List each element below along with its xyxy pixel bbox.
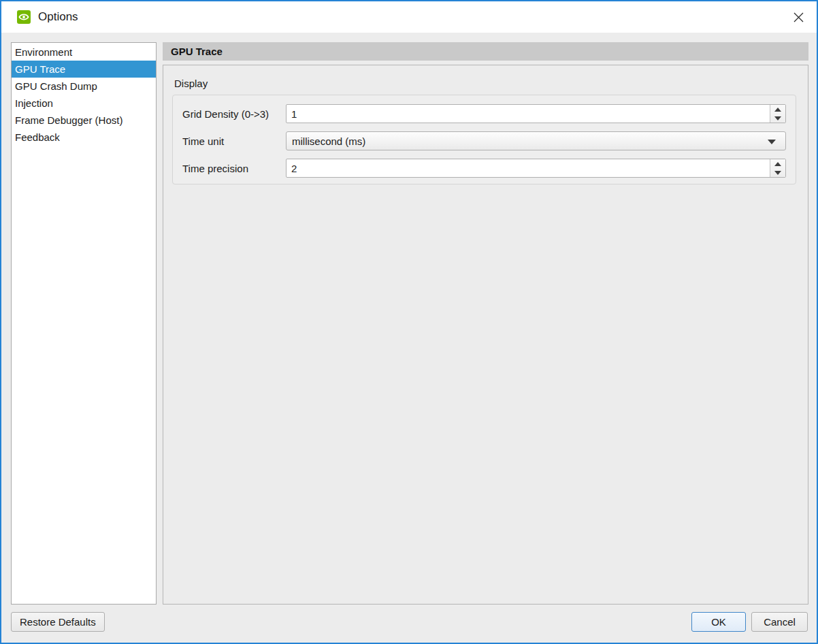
grid-density-row: Grid Density (0->3) <box>182 104 786 123</box>
time-precision-label: Time precision <box>182 163 286 174</box>
sidebar-item-gpu-trace[interactable]: GPU Trace <box>12 61 156 78</box>
cancel-button[interactable]: Cancel <box>751 612 808 632</box>
spin-down-icon[interactable] <box>770 114 785 123</box>
window-title: Options <box>38 10 78 24</box>
time-unit-row: Time unit millisecond (ms) <box>182 131 786 150</box>
sidebar-item-injection[interactable]: Injection <box>12 95 156 112</box>
time-unit-dropdown[interactable]: millisecond (ms) <box>286 131 786 150</box>
grid-density-spin-buttons <box>770 105 785 123</box>
sidebar-item-frame-debugger-host[interactable]: Frame Debugger (Host) <box>12 112 156 129</box>
grid-density-label: Grid Density (0->3) <box>182 108 286 120</box>
time-unit-value: millisecond (ms) <box>292 135 365 147</box>
category-list: Environment GPU Trace GPU Crash Dump Inj… <box>11 42 157 605</box>
footer-actions: OK Cancel <box>691 612 808 632</box>
ok-button[interactable]: OK <box>691 612 746 632</box>
panel-header: GPU Trace <box>163 42 808 61</box>
time-unit-label: Time unit <box>182 135 286 147</box>
time-precision-spinner[interactable] <box>286 159 786 178</box>
grid-density-input[interactable] <box>287 105 770 123</box>
restore-defaults-button[interactable]: Restore Defaults <box>11 612 105 632</box>
panel-header-title: GPU Trace <box>171 46 223 57</box>
options-dialog: Options Environment GPU Trace GPU Crash … <box>0 0 818 644</box>
time-precision-spin-buttons <box>770 159 785 177</box>
sidebar-item-environment[interactable]: Environment <box>12 44 156 61</box>
nvidia-logo-icon <box>17 10 31 24</box>
spin-down-icon[interactable] <box>770 168 785 177</box>
sidebar-item-feedback[interactable]: Feedback <box>12 129 156 146</box>
chevron-down-icon <box>768 140 776 144</box>
title-bar: Options <box>1 1 817 33</box>
time-precision-input[interactable] <box>287 159 770 177</box>
display-groupbox: Grid Density (0->3) Time unit millisecon… <box>172 95 796 184</box>
panel-content: Display Grid Density (0->3) Time unit mi… <box>163 65 808 605</box>
time-precision-row: Time precision <box>182 159 786 178</box>
sidebar-item-gpu-crash-dump[interactable]: GPU Crash Dump <box>12 78 156 95</box>
spin-up-icon[interactable] <box>770 159 785 168</box>
close-icon[interactable] <box>788 7 808 27</box>
spin-up-icon[interactable] <box>770 105 785 114</box>
group-title: Display <box>174 78 208 89</box>
grid-density-spinner[interactable] <box>286 104 786 123</box>
